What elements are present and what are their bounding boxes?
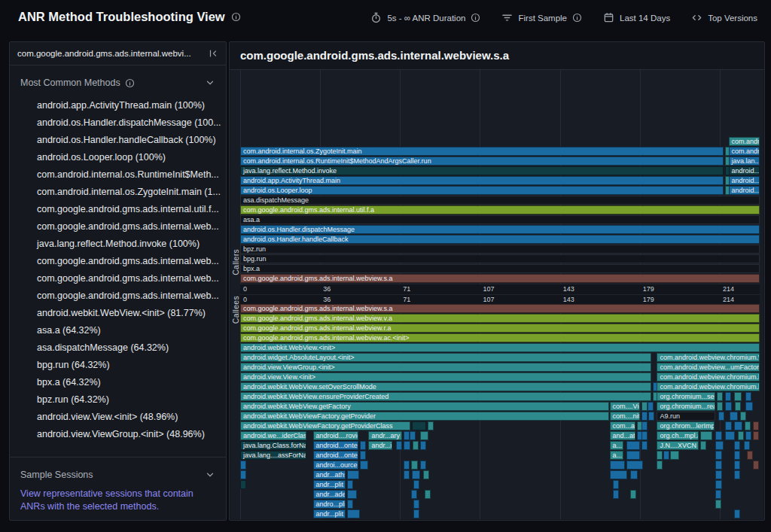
flame-segment[interactable]: com.android.internal.os.ZygoteInit.main (240, 147, 724, 156)
flame-segment[interactable]: android.webkit.WebView.setOverScrollMode (240, 382, 651, 391)
flame-segment[interactable] (420, 441, 426, 450)
method-list-item[interactable]: asa.dispatchMessage (64.32%) (10, 339, 226, 357)
flame-segment[interactable]: andr...ary (368, 431, 402, 440)
method-list-item[interactable]: bpx.a (64.32%) (10, 374, 226, 391)
flame-segment[interactable] (715, 461, 721, 470)
method-list-item[interactable]: com.google.android.gms.ads.internal.web.… (10, 218, 226, 236)
flame-segment[interactable]: android.view.ViewGroup.<init> (240, 363, 651, 372)
flame-segment[interactable]: a... (610, 451, 624, 460)
flame-segment[interactable]: android.os.Handler.handleCallback (240, 235, 760, 244)
flame-segment[interactable] (240, 470, 246, 479)
flame-segment[interactable] (753, 421, 759, 430)
flame-segment[interactable] (347, 490, 356, 499)
flame-segment[interactable]: com.andr. (729, 137, 760, 146)
flame-segment[interactable] (725, 431, 735, 440)
method-list-item[interactable]: java.lang.reflect.Method.invoke (100%) (10, 236, 226, 253)
flame-segment[interactable] (745, 392, 751, 401)
method-list-item[interactable]: com.android.internal.os.ZygoteInit.main … (10, 184, 226, 201)
flame-segment[interactable] (715, 480, 721, 489)
flame-segment[interactable] (657, 461, 663, 470)
flame-segment[interactable]: java.lang.Class.forName (240, 441, 306, 450)
flame-segment[interactable]: androi...ources (313, 461, 359, 470)
flame-segment[interactable] (715, 470, 721, 479)
flame-segment[interactable]: android.widget.AbsoluteLayout.<init> (240, 353, 651, 362)
flame-segment[interactable] (747, 451, 753, 460)
method-list-item[interactable]: com.google.android.gms.ads.internal.web.… (10, 287, 226, 305)
flame-segment[interactable]: android.os.Handler.dispatchMessage (240, 225, 760, 234)
flame-segment[interactable] (347, 500, 353, 509)
method-list-item[interactable]: bpz.run (64.32%) (10, 391, 226, 409)
flame-segment[interactable]: android...ontext (313, 441, 359, 450)
info-icon[interactable] (125, 78, 135, 88)
flame-segment[interactable]: asa.dispatchMessage (240, 196, 760, 205)
flame-segment[interactable] (717, 402, 723, 411)
flame-segment[interactable] (630, 470, 638, 479)
flame-segment[interactable]: android.app.ActivityThread.main (240, 176, 724, 185)
flame-segment[interactable] (613, 490, 619, 499)
flame-segment[interactable]: android.webkit.WebView.getFactory (240, 402, 609, 411)
flame-segment[interactable] (413, 509, 419, 518)
sample-sessions-link[interactable]: View representative sessions that contai… (10, 480, 226, 513)
flame-segment[interactable] (753, 431, 759, 440)
flame-segment[interactable] (613, 480, 619, 489)
info-icon[interactable] (572, 13, 582, 23)
method-list-item[interactable]: android.app.ActivityThread.main (100%) (10, 97, 226, 114)
flame-segment[interactable]: android...ontext (313, 451, 359, 460)
toolbar-item[interactable]: Last 14 Days (603, 12, 670, 23)
flame-segment[interactable] (730, 412, 738, 421)
flame-segment[interactable] (347, 480, 353, 489)
flame-segment[interactable] (745, 421, 751, 430)
flame-segment[interactable] (715, 431, 721, 440)
flame-segment[interactable]: andr...plit (313, 509, 346, 518)
flame-segment[interactable]: A9.run (657, 412, 715, 421)
flame-segment[interactable] (715, 451, 721, 460)
flame-segment[interactable] (412, 470, 421, 479)
toolbar-item[interactable]: 5s - ∞ ANR Duration (370, 12, 480, 23)
flame-segment[interactable]: com....nit> (610, 412, 641, 421)
flame-segment[interactable]: com.android.webview.chromium.WebVie... (657, 353, 760, 362)
flame-segment[interactable] (700, 441, 706, 450)
flame-segment[interactable]: android....rovider (313, 431, 359, 440)
flame-segment[interactable]: bpx.a (240, 264, 760, 273)
flame-segment[interactable] (412, 421, 426, 430)
flame-segment[interactable] (734, 441, 740, 450)
flame-segment[interactable] (700, 431, 712, 440)
flame-segment[interactable] (734, 451, 740, 460)
flame-segment[interactable] (428, 421, 434, 430)
flame-segment[interactable]: andr...plit (313, 480, 346, 489)
flame-segment[interactable] (715, 441, 723, 450)
flame-segment[interactable] (610, 461, 625, 470)
flame-segment[interactable] (744, 441, 750, 450)
method-list-item[interactable]: com.google.android.gms.ads.internal.web.… (10, 270, 226, 287)
method-list-item[interactable]: asa.a (64.32%) (10, 322, 226, 339)
flame-segment[interactable]: android... (729, 186, 760, 195)
flame-segment[interactable] (670, 451, 679, 460)
flame-segment[interactable]: and...ath (610, 431, 636, 440)
flame-segment[interactable]: android.webkit.WebView.ensureProviderCre… (240, 392, 651, 401)
flame-segment[interactable]: com.google.android.gms.ads.internal.webv… (240, 304, 760, 313)
flame-segment[interactable] (626, 441, 640, 450)
flame-segment[interactable] (648, 402, 654, 411)
chevron-down-icon[interactable] (205, 78, 215, 88)
flame-segment[interactable] (641, 441, 648, 450)
flame-segment[interactable]: a... (610, 441, 624, 450)
flame-segment[interactable]: android.webkit.WebViewFactory.getProvide… (240, 412, 609, 421)
flame-segment[interactable] (423, 470, 429, 479)
method-list-item[interactable]: com.google.android.gms.ads.internal.util… (10, 201, 226, 218)
most-common-methods-header[interactable]: Most Common Methods (10, 78, 226, 88)
flame-segment[interactable] (715, 490, 721, 499)
flame-segment[interactable] (404, 461, 410, 470)
flame-segment[interactable]: com.google.android.gms.ads.internal.util… (240, 205, 760, 214)
flame-segment[interactable]: J.N....XVCN (657, 441, 698, 450)
flame-segment[interactable] (725, 421, 732, 430)
flame-segment[interactable] (420, 461, 426, 470)
method-selector[interactable]: com.google.android.gms.ads.internal.webv… (10, 42, 226, 65)
flame-segment[interactable]: org.chromium...serProcess.j (657, 392, 715, 401)
flame-segment[interactable] (411, 490, 417, 499)
flame-segment[interactable] (734, 421, 743, 430)
flame-segment[interactable] (717, 392, 723, 401)
flame-segment[interactable] (734, 461, 740, 470)
flame-segment[interactable]: com...ath (610, 421, 636, 430)
flame-segment[interactable] (641, 421, 648, 430)
flame-segment[interactable] (648, 412, 654, 421)
